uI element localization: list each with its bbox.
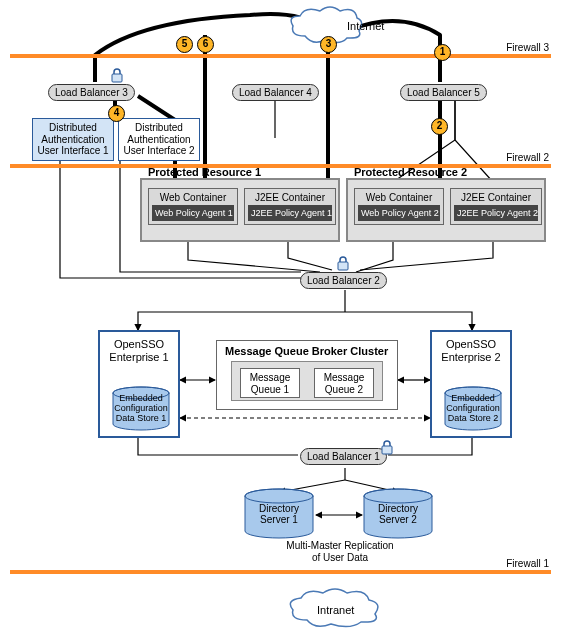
step-badge-6: 6 <box>197 36 214 53</box>
pr2-j2ee-container-label: J2EE Container <box>451 189 541 205</box>
opensso-2-store-label: Embedded Configuration Data Store 2 <box>443 395 503 425</box>
firewall-3-line <box>10 54 551 58</box>
pr1-web-container-label: Web Container <box>149 189 237 205</box>
mq-2: Message Queue 2 <box>314 368 374 398</box>
opensso-2: OpenSSO Enterprise 2 Embedded Configurat… <box>430 330 512 438</box>
firewall-2-line <box>10 164 551 168</box>
svg-rect-9 <box>338 262 348 270</box>
directory-server-2: Directory Server 2 <box>362 488 434 540</box>
daui-2: Distributed Authentication User Interfac… <box>118 118 200 161</box>
pr2-web-agent: Web Policy Agent 2 <box>358 205 440 221</box>
daui-2-label: Distributed Authentication User Interfac… <box>122 122 196 157</box>
mq-broker-cluster-title: Message Queue Broker Cluster <box>217 341 397 357</box>
step-badge-3: 3 <box>320 36 337 53</box>
step-badge-2: 2 <box>431 118 448 135</box>
pr2-web-container: Web Container Web Policy Agent 2 <box>354 188 444 225</box>
svg-rect-8 <box>112 74 122 82</box>
svg-rect-10 <box>382 446 392 454</box>
pr1-j2ee-container: J2EE Container J2EE Policy Agent 1 <box>244 188 336 225</box>
firewall-1-label: Firewall 1 <box>506 558 549 569</box>
mq-1-label: Message Queue 1 <box>241 372 299 396</box>
step-badge-1: 1 <box>434 44 451 61</box>
directory-server-2-label: Directory Server 2 <box>362 503 434 525</box>
step-badge-4: 4 <box>108 105 125 122</box>
firewall-1-line <box>10 570 551 574</box>
pr2-j2ee-agent: J2EE Policy Agent 2 <box>454 205 538 221</box>
pr2-j2ee-container: J2EE Container J2EE Policy Agent 2 <box>450 188 542 225</box>
pr1-j2ee-container-label: J2EE Container <box>245 189 335 205</box>
replication-caption: Multi-Master Replicationof User Data <box>270 540 410 564</box>
intranet-label: Intranet <box>317 604 354 616</box>
daui-1: Distributed Authentication User Interfac… <box>32 118 114 161</box>
pr1-web-agent: Web Policy Agent 1 <box>152 205 234 221</box>
daui-1-label: Distributed Authentication User Interfac… <box>36 122 110 157</box>
mq-broker-cluster: Message Queue Broker Cluster Message Que… <box>216 340 398 410</box>
protected-resource-1-title: Protected Resource 1 <box>148 166 261 178</box>
opensso-1-store: Embedded Configuration Data Store 1 <box>111 386 171 432</box>
pr1-web-container: Web Container Web Policy Agent 1 <box>148 188 238 225</box>
protected-resource-2: Protected Resource 2 Web Container Web P… <box>346 178 546 242</box>
lock-icon <box>110 68 124 84</box>
lock-icon <box>336 256 350 272</box>
mq-1: Message Queue 1 <box>240 368 300 398</box>
opensso-1-label: OpenSSO Enterprise 1 <box>100 332 178 366</box>
directory-server-1-label: Directory Server 1 <box>243 503 315 525</box>
pr2-web-container-label: Web Container <box>355 189 443 205</box>
firewall-3-label: Firewall 3 <box>506 42 549 53</box>
mq-2-label: Message Queue 2 <box>315 372 373 396</box>
opensso-1-store-label: Embedded Configuration Data Store 1 <box>111 395 171 425</box>
load-balancer-5: Load Balancer 5 <box>400 84 487 101</box>
opensso-2-store: Embedded Configuration Data Store 2 <box>443 386 503 432</box>
protected-resource-2-title: Protected Resource 2 <box>354 166 467 178</box>
load-balancer-2: Load Balancer 2 <box>300 272 387 289</box>
internet-label: Internet <box>347 20 384 32</box>
directory-server-1: Directory Server 1 <box>243 488 315 540</box>
load-balancer-3: Load Balancer 3 <box>48 84 135 101</box>
load-balancer-1: Load Balancer 1 <box>300 448 387 465</box>
load-balancer-4: Load Balancer 4 <box>232 84 319 101</box>
firewall-2-label: Firewall 2 <box>506 152 549 163</box>
pr1-j2ee-agent: J2EE Policy Agent 1 <box>248 205 332 221</box>
protected-resource-1: Protected Resource 1 Web Container Web P… <box>140 178 340 242</box>
mq-inner-group: Message Queue 1 Message Queue 2 <box>231 361 383 401</box>
opensso-2-label: OpenSSO Enterprise 2 <box>432 332 510 366</box>
opensso-1: OpenSSO Enterprise 1 Embedded Configurat… <box>98 330 180 438</box>
lock-icon <box>380 440 394 456</box>
intranet-cloud: Intranet <box>285 588 385 630</box>
step-badge-5: 5 <box>176 36 193 53</box>
